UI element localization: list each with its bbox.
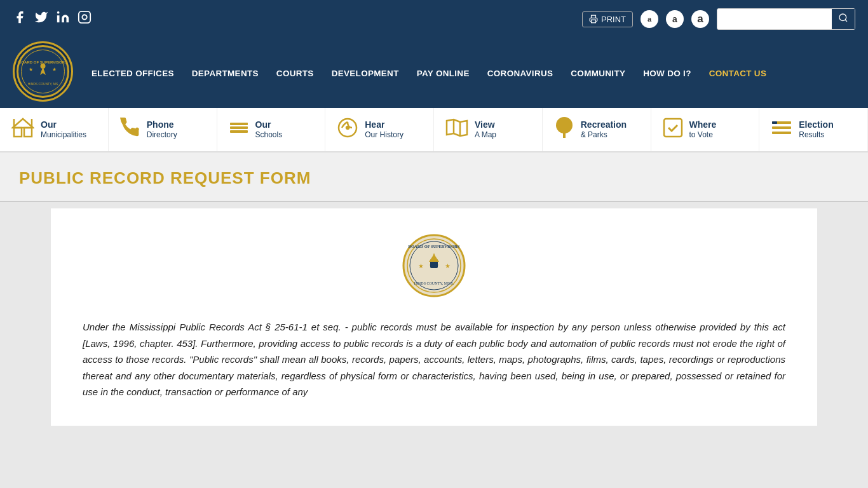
facebook-icon[interactable] — [13, 10, 27, 28]
nav-departments[interactable]: DEPARTMENTS — [183, 64, 268, 83]
svg-text:BOARD OF SUPERVISORS: BOARD OF SUPERVISORS — [409, 244, 460, 248]
quick-link-our-schools[interactable]: Our Schools — [217, 108, 326, 151]
quick-link-recreation-parks[interactable]: Recreation & Parks — [543, 108, 651, 151]
svg-rect-30 — [772, 132, 791, 134]
svg-rect-14 — [24, 128, 32, 137]
svg-rect-3 — [592, 20, 596, 23]
content-seal: BOARD OF SUPERVISORS HINDS COUNTY, MISS.… — [402, 234, 466, 297]
svg-point-22 — [346, 126, 349, 129]
svg-line-5 — [845, 20, 847, 22]
seal-center: BOARD OF SUPERVISORS HINDS COUNTY, MISS.… — [83, 234, 785, 300]
svg-marker-15 — [13, 119, 33, 128]
content-area: BOARD OF SUPERVISORS HINDS COUNTY, MISS.… — [51, 208, 817, 426]
election-results-text: Election Results — [799, 119, 833, 139]
svg-text:HINDS COUNTY, MS: HINDS COUNTY, MS — [28, 82, 58, 86]
header: BOARD OF SUPERVISORS HINDS COUNTY, MS ★ … — [0, 38, 868, 108]
quick-link-phone-directory[interactable]: Phone Directory — [109, 108, 217, 151]
phone-directory-text: Phone Directory — [147, 119, 177, 139]
svg-text:HINDS COUNTY, MISS.: HINDS COUNTY, MISS. — [414, 281, 454, 285]
svg-point-4 — [839, 14, 846, 21]
nav-courts[interactable]: COURTS — [268, 64, 323, 83]
nav-contact-us[interactable]: CONTACT US — [700, 64, 776, 83]
where-vote-text: Where to Vote — [689, 119, 717, 139]
election-icon — [771, 118, 792, 142]
nav-community[interactable]: COMMUNITY — [562, 64, 634, 83]
svg-rect-19 — [230, 126, 248, 129]
svg-rect-20 — [230, 130, 248, 133]
hear-history-text: Hear Our History — [365, 119, 403, 139]
top-bar: PRINT a a a — [0, 0, 868, 38]
parks-icon — [554, 116, 574, 144]
recreation-parks-text: Recreation & Parks — [581, 119, 627, 139]
quick-link-hear-history[interactable]: Hear Our History — [325, 108, 434, 151]
top-right-controls: PRINT a a a — [582, 8, 855, 30]
svg-text:★: ★ — [52, 67, 57, 72]
font-size-small-button[interactable]: a — [641, 10, 658, 28]
quick-links-bar: Our Municipalities Phone Directory Our S… — [0, 108, 868, 152]
social-icons — [13, 10, 92, 28]
content-paragraph: Under the Mississippi Public Records Act… — [83, 319, 785, 400]
page-title-bar: PUBLIC RECORD REQUEST FORM — [0, 152, 868, 202]
twitter-icon[interactable] — [34, 10, 48, 28]
history-icon — [337, 117, 358, 143]
font-size-large-button[interactable]: a — [691, 10, 709, 28]
svg-text:★: ★ — [29, 67, 33, 72]
phone-icon — [120, 118, 140, 142]
svg-rect-18 — [230, 123, 248, 125]
nav-coronavirus[interactable]: CORONAVIRUS — [478, 64, 562, 83]
search-button[interactable] — [832, 9, 855, 29]
search-bar — [717, 8, 855, 30]
svg-point-25 — [556, 117, 573, 133]
svg-rect-26 — [563, 132, 566, 138]
instagram-icon[interactable] — [78, 10, 92, 28]
svg-rect-29 — [772, 126, 791, 129]
search-input[interactable] — [717, 11, 832, 27]
svg-point-0 — [57, 11, 60, 14]
svg-text:★: ★ — [418, 262, 424, 269]
quick-link-municipalities[interactable]: Our Municipalities — [0, 108, 109, 151]
nav-how-do-i[interactable]: HOW DO I? — [634, 64, 700, 83]
nav-elected-offices[interactable]: ELECTED OFFICES — [83, 64, 183, 83]
map-icon — [445, 118, 468, 142]
quick-link-election-results[interactable]: Election Results — [759, 108, 868, 151]
svg-point-10 — [41, 64, 46, 69]
svg-rect-31 — [772, 121, 777, 124]
main-nav: ELECTED OFFICES DEPARTMENTS COURTS DEVEL… — [83, 64, 855, 83]
nav-pay-online[interactable]: PAY ONLINE — [408, 64, 478, 83]
page-title: PUBLIC RECORD REQUEST FORM — [19, 168, 849, 188]
site-logo[interactable]: BOARD OF SUPERVISORS HINDS COUNTY, MS ★ … — [13, 41, 76, 105]
font-size-medium-button[interactable]: a — [666, 10, 684, 28]
svg-rect-13 — [14, 128, 22, 137]
svg-rect-27 — [664, 119, 682, 137]
municipalities-icon — [11, 116, 34, 144]
svg-rect-1 — [79, 11, 90, 23]
schools-text: Our Schools — [255, 119, 283, 139]
svg-text:★: ★ — [445, 262, 451, 269]
nav-development[interactable]: DEVELOPMENT — [323, 64, 408, 83]
quick-link-where-vote[interactable]: Where to Vote — [651, 108, 760, 151]
quick-link-view-map[interactable]: View A Map — [434, 108, 543, 151]
linkedin-icon[interactable] — [56, 10, 70, 28]
print-button[interactable]: PRINT — [582, 11, 633, 27]
schools-icon — [229, 118, 249, 142]
vote-icon — [663, 118, 683, 142]
view-map-text: View A Map — [475, 119, 496, 139]
municipalities-text: Our Municipalities — [41, 119, 86, 139]
